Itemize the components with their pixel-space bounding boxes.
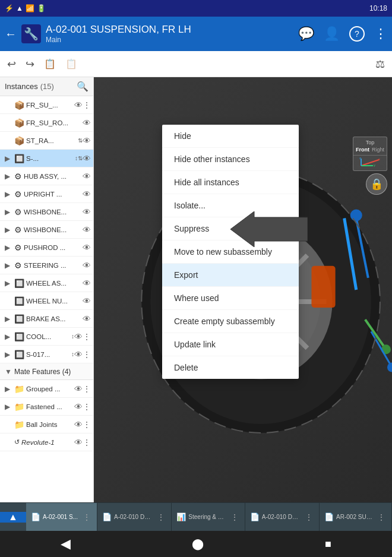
tree-item-8[interactable]: ▶ ⚙ WISHBONE... 👁: [0, 221, 93, 239]
more-icon-15[interactable]: ⋮: [83, 350, 91, 359]
tree-item-14[interactable]: ▶ 🔲 COOL... ↕ 👁 ⋮: [0, 328, 93, 346]
menu-move-new[interactable]: Move to new subassembly: [162, 240, 299, 264]
menu-suppress[interactable]: Suppress: [162, 217, 299, 240]
tab-home-button[interactable]: ▲: [0, 512, 26, 523]
eye-icon-6[interactable]: 👁: [83, 189, 91, 199]
mf-item-2[interactable]: ▶ 📁 Fastened ... 👁 ⋮: [0, 398, 93, 416]
eye-icon-3[interactable]: 👁: [83, 136, 91, 145]
tab-item-1[interactable]: 📄 A-02-001 S... ⋮: [26, 503, 97, 531]
expand-icon-5[interactable]: ▶: [5, 172, 14, 181]
expand-icon-11[interactable]: ▶: [5, 279, 14, 287]
eye-icon-15[interactable]: 👁: [74, 350, 83, 359]
expand-icon-15[interactable]: ▶: [5, 350, 14, 359]
balance-button[interactable]: ⚖: [373, 55, 387, 73]
lock-button[interactable]: 🔒: [366, 173, 387, 195]
mf-item-3[interactable]: 📁 Ball Joints 👁 ⋮: [0, 416, 93, 433]
back-button[interactable]: ←: [5, 27, 17, 41]
tree-item-5[interactable]: ▶ ⚙ HUB ASSY, ... 👁: [0, 167, 93, 185]
mf-more-3[interactable]: ⋮: [83, 420, 91, 429]
panel-search-icon[interactable]: 🔍: [77, 81, 88, 92]
menu-create-empty[interactable]: Create empty subassembly: [162, 310, 299, 333]
expand-icon-9[interactable]: ▶: [5, 243, 14, 252]
expand-icon-10[interactable]: ▶: [5, 261, 14, 270]
expand-icon-4[interactable]: ▶: [5, 154, 14, 163]
expand-icon-7[interactable]: ▶: [5, 208, 14, 216]
mf-eye-3[interactable]: 👁: [74, 420, 83, 429]
mf-eye-1[interactable]: 👁: [74, 384, 83, 394]
user-button[interactable]: 👤: [324, 26, 340, 42]
tab-item-3[interactable]: 📊 Steering & Susp... ⋮: [172, 503, 245, 531]
eye-icon-13[interactable]: 👁: [83, 314, 91, 324]
mf-item-1[interactable]: ▶ 📁 Grouped ... 👁 ⋮: [0, 380, 93, 398]
tab-more-4[interactable]: ⋮: [304, 512, 314, 522]
copy-button[interactable]: 📋: [42, 56, 58, 72]
expand-icon-13[interactable]: ▶: [5, 315, 14, 323]
redo-button[interactable]: ↪: [23, 55, 37, 73]
tree-item-3[interactable]: 📦 ST_RA... ⇅ 👁: [0, 132, 93, 150]
eye-icon-5[interactable]: 👁: [83, 172, 91, 181]
more-icon-14[interactable]: ⋮: [83, 332, 91, 341]
tree-item-7[interactable]: ▶ ⚙ WISHBONE... 👁: [0, 203, 93, 221]
tab-more-5[interactable]: ⋮: [376, 512, 387, 522]
tree-item-2[interactable]: 📦 FR_SU_RO... 👁: [0, 114, 93, 132]
chat-button[interactable]: 💬: [298, 26, 314, 42]
mate-features-header[interactable]: ▼ Mate Features (4): [0, 363, 93, 380]
tree-item-9[interactable]: ▶ ⚙ PUSHROD ... 👁: [0, 239, 93, 257]
nav-recent-button[interactable]: ■: [320, 533, 336, 555]
eye-icon-4[interactable]: 👁: [83, 154, 91, 163]
compass-cube[interactable]: Top Front Right x y z: [353, 137, 387, 171]
eye-icon-10[interactable]: 👁: [83, 261, 91, 270]
menu-delete[interactable]: Delete: [162, 356, 299, 379]
more-button[interactable]: ⋮: [374, 26, 387, 42]
tab-item-4[interactable]: 📄 A-02-010 DRIVE... ⋮: [245, 503, 320, 531]
menu-hide-other[interactable]: Hide other instances: [162, 148, 299, 171]
expand-icon-14[interactable]: ▶: [5, 333, 14, 341]
menu-export[interactable]: Export: [162, 264, 299, 287]
tree-item-6[interactable]: ▶ ⚙ UPRIGHT ... 👁: [0, 185, 93, 203]
eye-icon-14[interactable]: 👁: [74, 332, 83, 341]
mf-more-4[interactable]: ⋮: [83, 438, 91, 447]
mf-expand-2[interactable]: ▶: [5, 403, 14, 411]
nav-back-button[interactable]: ◀: [56, 531, 75, 556]
mf-eye-4[interactable]: 👁: [74, 438, 83, 447]
menu-hide[interactable]: Hide: [162, 125, 299, 148]
tree-item-13[interactable]: ▶ 🔲 BRAKE AS... 👁: [0, 310, 93, 328]
mf-item-4[interactable]: ↺ Revolute-1 👁 ⋮: [0, 433, 93, 451]
menu-update-link[interactable]: Update link: [162, 333, 299, 356]
eye-icon-1[interactable]: 👁: [74, 100, 83, 110]
eye-icon-11[interactable]: 👁: [83, 278, 91, 288]
tree-item-1[interactable]: 📦 FR_SU_... 👁 ⋮: [0, 96, 93, 114]
eye-icon-7[interactable]: 👁: [83, 207, 91, 217]
tab-item-2[interactable]: 📄 A-02-010 DRIVE... ⋮: [97, 503, 172, 531]
tree-item-12[interactable]: 🔲 WHEEL NU... 👁: [0, 292, 93, 310]
eye-icon-12[interactable]: 👁: [83, 296, 91, 306]
tab-more-3[interactable]: ⋮: [229, 512, 240, 522]
menu-where-used[interactable]: Where used: [162, 287, 299, 310]
tree-item-11[interactable]: ▶ 🔲 WHEEL AS... 👁: [0, 274, 93, 292]
viewport-3d[interactable]: i 🔒 Top Front Right x y z: [94, 77, 392, 502]
tree-item-10[interactable]: ▶ ⚙ STEERING ... 👁: [0, 257, 93, 274]
mf-expand-1[interactable]: ▶: [5, 385, 14, 393]
tab-more-2[interactable]: ⋮: [156, 512, 166, 522]
eye-icon-2[interactable]: 👁: [83, 118, 91, 128]
menu-isolate[interactable]: Isolate...: [162, 194, 299, 217]
mf-more-2[interactable]: ⋮: [83, 402, 91, 412]
mate-expand-icon[interactable]: ▼: [5, 368, 14, 376]
nav-home-button[interactable]: ⬤: [187, 533, 208, 555]
item-label-1: FR_SU_...: [26, 102, 74, 109]
menu-hide-all[interactable]: Hide all instances: [162, 171, 299, 194]
expand-icon-8[interactable]: ▶: [5, 226, 14, 234]
eye-icon-8[interactable]: 👁: [83, 225, 91, 235]
tree-item-4[interactable]: ▶ 🔲 S-... ↕ ⇅ 👁: [0, 150, 93, 167]
expand-icon-6[interactable]: ▶: [5, 190, 14, 198]
more-icon-1[interactable]: ⋮: [83, 100, 91, 110]
mf-more-1[interactable]: ⋮: [83, 384, 91, 394]
tab-item-5[interactable]: 📄 AR-002 SUSPE... ⋮: [320, 503, 392, 531]
paste-button[interactable]: 📋: [63, 56, 80, 72]
tree-item-15[interactable]: ▶ 🔲 S-017... ↕ 👁 ⋮: [0, 346, 93, 363]
eye-icon-9[interactable]: 👁: [83, 243, 91, 252]
tab-more-1[interactable]: ⋮: [81, 512, 92, 522]
mf-eye-2[interactable]: 👁: [74, 402, 83, 412]
help-button[interactable]: ?: [349, 26, 365, 42]
undo-button[interactable]: ↩: [5, 55, 18, 73]
